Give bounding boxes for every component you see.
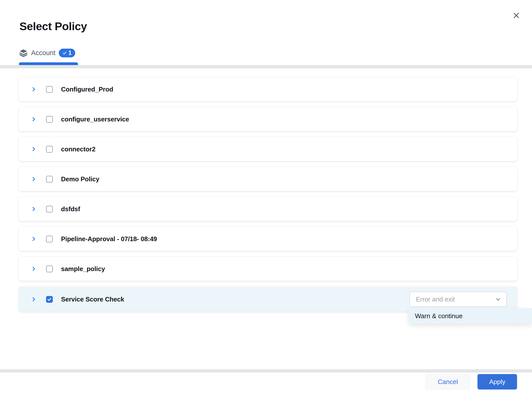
header-divider (0, 65, 532, 68)
selected-count: 1 (68, 50, 72, 56)
policy-row[interactable]: Pipeline-Approval - 07/18- 08:49 (19, 227, 517, 251)
active-tab-indicator (19, 62, 78, 65)
expand-chevron-icon[interactable] (30, 265, 37, 273)
policy-checkbox[interactable] (46, 146, 53, 153)
failure-action-value: Error and exit (416, 296, 455, 303)
policy-checkbox[interactable] (46, 206, 53, 212)
policy-label: dsfdsf (61, 205, 80, 213)
expand-chevron-icon[interactable] (30, 175, 37, 183)
policy-row[interactable]: connector2 (19, 137, 517, 161)
policy-label: Service Score Check (61, 296, 124, 303)
page-title: Select Policy (19, 20, 87, 33)
expand-chevron-icon[interactable] (30, 145, 37, 153)
policy-checkbox[interactable] (46, 176, 53, 183)
check-icon (63, 51, 67, 55)
policy-row[interactable]: Configured_Prod (19, 77, 517, 101)
policy-checkbox[interactable] (46, 236, 53, 242)
selected-count-badge: 1 (59, 49, 75, 57)
failure-action-select[interactable]: Error and exit (409, 292, 507, 307)
tab-account-label: Account (31, 49, 56, 57)
policy-checkbox-checked[interactable] (46, 296, 53, 303)
apply-button[interactable]: Apply (477, 374, 517, 390)
policy-checkbox[interactable] (46, 116, 53, 123)
policy-checkbox[interactable] (46, 86, 53, 93)
policy-label: sample_policy (61, 265, 105, 273)
policy-row[interactable]: sample_policy (19, 257, 517, 281)
policy-checkbox[interactable] (46, 266, 53, 272)
policy-label: Demo Policy (61, 175, 99, 183)
policy-row-selected[interactable]: Service Score Check Error and exit (19, 287, 517, 312)
tab-account[interactable]: Account 1 (19, 47, 75, 58)
policy-row[interactable]: configure_userservice (19, 107, 517, 131)
policy-label: Configured_Prod (61, 86, 113, 93)
policy-row[interactable]: dsfdsf (19, 197, 517, 221)
cancel-button[interactable]: Cancel (425, 374, 470, 390)
policy-row[interactable]: Demo Policy (19, 167, 517, 191)
expand-chevron-icon[interactable] (30, 205, 37, 213)
policy-label: connector2 (61, 145, 95, 153)
failure-action-dropdown-menu: Warn & continue (409, 308, 532, 324)
expand-chevron-icon[interactable] (30, 115, 37, 123)
expand-chevron-icon[interactable] (30, 85, 37, 93)
expand-chevron-icon[interactable] (30, 295, 37, 303)
dropdown-option-warn-continue[interactable]: Warn & continue (409, 308, 532, 324)
close-button[interactable] (510, 9, 522, 21)
close-icon (513, 12, 520, 19)
layers-icon (19, 48, 28, 57)
expand-chevron-icon[interactable] (30, 235, 37, 243)
policy-label: Pipeline-Approval - 07/18- 08:49 (61, 235, 157, 243)
policy-label: configure_userservice (61, 115, 129, 123)
footer-divider (0, 369, 532, 373)
chevron-down-icon (495, 296, 501, 302)
